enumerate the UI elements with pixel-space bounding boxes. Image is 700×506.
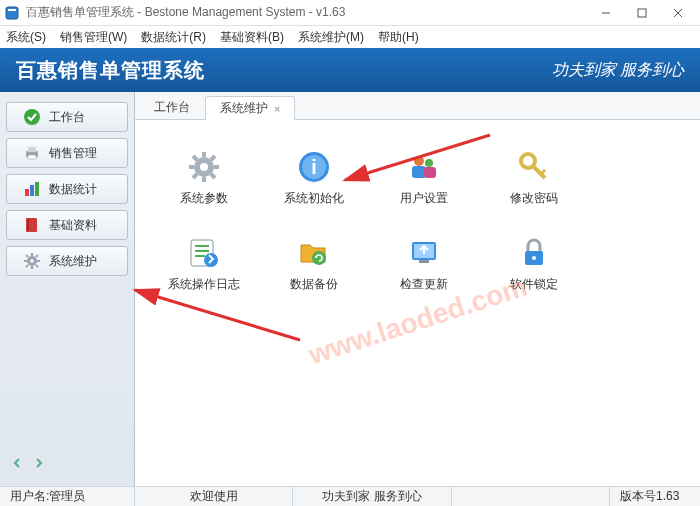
svg-line-22 [36,265,38,267]
sidebar-item-workbench[interactable]: 工作台 [6,102,128,132]
menu-basedata[interactable]: 基础资料(B) [220,29,284,46]
banner: 百惠销售单管理系统 功夫到家 服务到心 [0,48,700,92]
sidebar-item-basedata[interactable]: 基础资料 [6,210,128,240]
sidebar-item-sales[interactable]: 销售管理 [6,138,128,168]
app-software-lock[interactable]: 软件锁定 [479,224,589,304]
app-label: 系统参数 [180,190,228,207]
status-bar: 用户名:管理员 欢迎使用 功夫到家 服务到心 版本号1.63 [0,486,700,506]
svg-rect-0 [6,7,18,19]
app-user-settings[interactable]: 用户设置 [369,138,479,218]
svg-point-38 [414,156,424,166]
menu-sales[interactable]: 销售管理(W) [60,29,127,46]
sidebar: 工作台 销售管理 数据统计 基础资料 系统维护 [0,92,135,486]
status-welcome: 欢迎使用 [135,487,293,506]
svg-line-24 [36,255,38,257]
menu-maintenance[interactable]: 系统维护(M) [298,29,364,46]
tab-maintenance[interactable]: 系统维护 × [205,96,295,120]
lock-icon [516,235,552,271]
gear-icon [23,252,41,270]
app-label: 检查更新 [400,276,448,293]
banner-slogan: 功夫到家 服务到心 [552,60,684,81]
app-change-password[interactable]: 修改密码 [479,138,589,218]
app-operation-log[interactable]: 系统操作日志 [149,224,259,304]
app-label: 软件锁定 [510,276,558,293]
sidebar-item-label: 基础资料 [49,217,97,234]
svg-line-23 [26,265,28,267]
app-icon [4,5,20,21]
log-icon [186,235,222,271]
svg-rect-39 [412,166,426,178]
book-icon [23,216,41,234]
svg-rect-11 [30,185,34,196]
svg-text:i: i [311,156,317,178]
svg-point-50 [312,251,326,265]
svg-rect-12 [35,182,39,196]
sidebar-item-label: 工作台 [49,109,85,126]
sidebar-item-label: 数据统计 [49,181,97,198]
info-icon: i [296,149,332,185]
svg-point-40 [425,159,433,167]
tab-label: 系统维护 [220,100,268,117]
close-icon[interactable]: × [274,103,280,115]
key-icon [516,149,552,185]
status-slogan: 功夫到家 服务到心 [293,487,451,506]
status-empty [452,487,610,506]
sidebar-item-stats[interactable]: 数据统计 [6,174,128,204]
svg-point-55 [532,256,536,260]
app-data-backup[interactable]: 数据备份 [259,224,369,304]
workspace: 系统参数 i 系统初始化 用户设置 修改密码 系统操作日志 [135,120,700,486]
svg-point-16 [30,259,34,263]
tab-workbench[interactable]: 工作台 [139,95,205,119]
app-label: 修改密码 [510,190,558,207]
app-system-init[interactable]: i 系统初始化 [259,138,369,218]
users-icon [406,149,442,185]
svg-rect-8 [28,147,36,152]
status-version: 版本号1.63 [610,487,700,506]
app-label: 用户设置 [400,190,448,207]
maximize-button[interactable] [624,1,660,25]
menu-stats[interactable]: 数据统计(R) [141,29,206,46]
status-user: 用户名:管理员 [0,487,135,506]
app-label: 数据备份 [290,276,338,293]
svg-point-6 [24,109,40,125]
svg-line-32 [211,174,215,178]
app-system-params[interactable]: 系统参数 [149,138,259,218]
menu-bar: 系统(S) 销售管理(W) 数据统计(R) 基础资料(B) 系统维护(M) 帮助… [0,26,700,48]
check-icon [23,108,41,126]
svg-line-31 [193,156,197,160]
window-title: 百惠销售单管理系统 - Bestone Management System - … [26,4,588,21]
svg-rect-14 [27,219,29,231]
minimize-button[interactable] [588,1,624,25]
nav-back-icon[interactable] [8,454,26,472]
barchart-icon [23,180,41,198]
sidebar-item-label: 系统维护 [49,253,97,270]
svg-rect-3 [638,9,646,17]
window-titlebar: 百惠销售单管理系统 - Bestone Management System - … [0,0,700,26]
printer-icon [23,144,41,162]
svg-rect-10 [25,189,29,196]
close-button[interactable] [660,1,696,25]
svg-line-33 [193,174,197,178]
app-label: 系统初始化 [284,190,344,207]
svg-line-34 [211,156,215,160]
sidebar-item-maintenance[interactable]: 系统维护 [6,246,128,276]
app-label: 系统操作日志 [168,276,240,293]
svg-rect-9 [28,155,36,159]
menu-help[interactable]: 帮助(H) [378,29,419,46]
menu-system[interactable]: 系统(S) [6,29,46,46]
svg-point-26 [200,163,208,171]
gear-icon [186,149,222,185]
tab-strip: 工作台 系统维护 × [135,92,700,120]
app-check-update[interactable]: 检查更新 [369,224,479,304]
nav-fwd-icon[interactable] [30,454,48,472]
sidebar-item-label: 销售管理 [49,145,97,162]
update-icon [406,235,442,271]
folder-refresh-icon [296,235,332,271]
svg-rect-1 [8,9,16,11]
svg-rect-53 [419,260,429,263]
tab-label: 工作台 [154,99,190,116]
svg-line-21 [26,255,28,257]
svg-line-44 [541,170,545,174]
svg-rect-41 [424,167,436,178]
system-name: 百惠销售单管理系统 [16,57,205,84]
